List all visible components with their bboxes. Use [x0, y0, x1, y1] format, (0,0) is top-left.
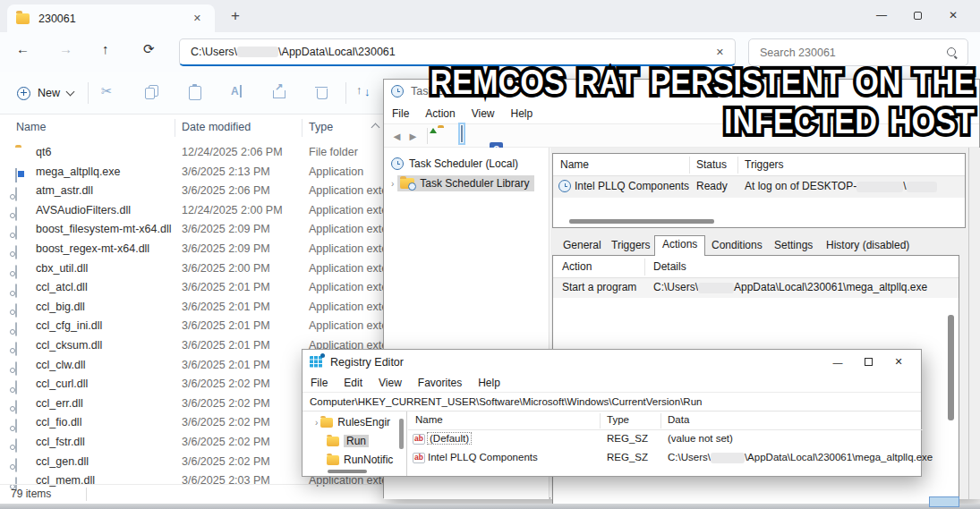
column-separator — [660, 413, 661, 428]
registry-icon — [310, 356, 323, 368]
copy-icon[interactable] — [143, 83, 161, 101]
detail-tabs: General Triggers Actions Conditions Sett… — [552, 235, 966, 255]
col-data[interactable]: Data — [668, 414, 689, 425]
task-row[interactable]: Intel PLLQ Components Ready At log on of… — [553, 176, 965, 198]
expander-icon[interactable]: › — [315, 418, 318, 428]
task-status: Ready — [696, 180, 728, 192]
new-tab-button[interactable]: + — [231, 7, 240, 25]
redacted-username — [711, 453, 745, 463]
col-type[interactable]: Type — [607, 414, 629, 425]
tree-item-runnotification[interactable]: RunNotific — [327, 451, 393, 469]
close-button[interactable]: ✕ — [935, 4, 971, 27]
tab-actions[interactable]: Actions — [654, 235, 705, 256]
column-headers: Name Date modified Type — [0, 115, 385, 141]
new-button[interactable]: New — [9, 81, 81, 106]
tab-triggers[interactable]: Triggers — [604, 237, 658, 255]
share-icon[interactable] — [270, 83, 288, 101]
menu-file[interactable]: File — [384, 107, 417, 120]
delete-icon[interactable] — [313, 83, 331, 101]
tab-conditions[interactable]: Conditions — [704, 237, 770, 255]
tree-item-rulesengine[interactable]: › RulesEngir — [315, 413, 390, 431]
screen-bottom-edge — [0, 504, 980, 509]
tab-general[interactable]: General — [556, 237, 609, 255]
expander-icon[interactable]: › — [391, 179, 394, 189]
action-row[interactable]: Start a program C:\Users\AppData\Local\2… — [553, 278, 959, 298]
horizontal-scrollbar[interactable] — [569, 219, 714, 224]
refresh-icon[interactable]: ⟳ — [143, 41, 155, 57]
paste-icon[interactable] — [186, 83, 204, 101]
col-status[interactable]: Status — [696, 158, 727, 171]
explorer-tab-strip: 230061 ✕ + — ✕ — [0, 0, 980, 32]
column-type[interactable]: Type — [309, 121, 333, 133]
tree-item-local[interactable]: Task Scheduler (Local) — [384, 155, 518, 173]
file-name: qt6 — [36, 143, 51, 163]
search-input[interactable] — [758, 46, 946, 60]
menu-help[interactable]: Help — [470, 377, 508, 389]
col-name[interactable]: Name — [415, 414, 443, 425]
file-name: ccl_big.dll — [36, 298, 85, 318]
file-name: ccl_cfg_ini.dll — [36, 317, 102, 336]
registry-address-bar[interactable]: Computer\HKEY_CURRENT_USER\Software\Micr… — [303, 393, 921, 411]
vertical-scrollbar[interactable] — [399, 419, 404, 449]
file-date: 3/6/2025 2:01 PM — [182, 336, 270, 356]
rename-icon[interactable] — [228, 83, 246, 101]
file-date: 3/6/2025 2:06 PM — [182, 182, 270, 201]
menu-edit[interactable]: Edit — [336, 377, 371, 389]
column-separator[interactable] — [175, 119, 175, 137]
file-name: ccl_fio.dll — [36, 413, 81, 433]
col-action[interactable]: Action — [562, 260, 592, 273]
menu-file[interactable]: File — [303, 377, 336, 389]
forward-icon[interactable] — [407, 128, 419, 144]
tree-label-selected: Run — [344, 435, 369, 447]
col-name[interactable]: Name — [560, 158, 589, 171]
folder-icon — [327, 455, 339, 465]
tree-item-run[interactable]: Run — [327, 432, 369, 450]
clear-address-icon[interactable]: ✕ — [716, 47, 724, 58]
file-icon — [15, 265, 17, 279]
registry-value-row[interactable]: Intel PLLQ Components REG_SZ C:\Users\\A… — [408, 449, 923, 468]
column-separator[interactable] — [302, 119, 303, 137]
tree-label: RulesEngir — [337, 416, 390, 428]
library-folder-icon — [400, 178, 414, 189]
tab-history[interactable]: History (disabled) — [819, 237, 916, 255]
file-date: 3/6/2025 2:01 PM — [182, 317, 270, 336]
file-name: ccl_curl.dll — [36, 375, 88, 394]
explorer-tab[interactable]: 230061 ✕ — [7, 4, 215, 32]
col-triggers[interactable]: Triggers — [745, 158, 784, 171]
vertical-scrollbar[interactable] — [948, 315, 954, 420]
column-date-modified[interactable]: Date modified — [182, 121, 251, 133]
task-list: Name Status Triggers Intel PLLQ Componen… — [552, 153, 966, 228]
file-name: ccl_clw.dll — [36, 356, 86, 376]
tree-item-library[interactable]: › Task Scheduler Library — [384, 174, 534, 192]
registry-titlebar[interactable]: Registry Editor — ✕ — [303, 350, 921, 374]
registry-value-row[interactable]: (Default) REG_SZ (value not set) — [408, 430, 923, 449]
tab-settings[interactable]: Settings — [767, 237, 820, 255]
sort-icon[interactable] — [354, 83, 379, 101]
col-details[interactable]: Details — [653, 260, 686, 273]
up-icon[interactable]: ↑ — [102, 41, 109, 56]
menu-view[interactable]: View — [371, 377, 410, 389]
back-icon[interactable]: ← — [16, 41, 30, 56]
registry-path: Computer\HKEY_CURRENT_USER\Software\Micr… — [310, 396, 702, 407]
file-icon — [15, 400, 17, 414]
menu-favorites[interactable]: Favorites — [410, 377, 470, 389]
forward-icon[interactable]: → — [59, 41, 72, 56]
horizontal-scrollbar[interactable] — [328, 470, 367, 473]
maximize-button[interactable] — [899, 4, 935, 27]
cut-icon[interactable] — [100, 83, 118, 101]
file-date: 3/6/2025 2:00 PM — [182, 259, 270, 279]
collapse-chevron-icon[interactable] — [371, 123, 380, 132]
headline-line1: REMCOS RAT PERSISTENT ON THE REMCOS RAT … — [430, 63, 975, 102]
close-button[interactable]: ✕ — [883, 353, 914, 371]
tab-close-icon[interactable]: ✕ — [189, 11, 206, 26]
back-icon[interactable] — [391, 128, 403, 144]
column-name[interactable]: Name — [16, 121, 46, 133]
minimize-button[interactable]: — — [864, 4, 899, 27]
headline-line2: INFECTED HOST INFECTED HOST — [430, 102, 975, 141]
minimize-button[interactable]: — — [822, 353, 853, 371]
maximize-button[interactable] — [853, 353, 883, 371]
item-count: 79 items — [11, 488, 51, 500]
task-triggers: At log on of DESKTOP-\ — [745, 180, 937, 192]
file-date: 12/24/2025 2:00 PM — [182, 201, 283, 221]
actions-header: Action Details — [553, 256, 959, 278]
